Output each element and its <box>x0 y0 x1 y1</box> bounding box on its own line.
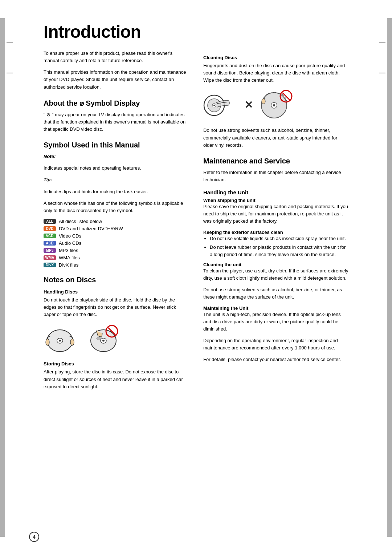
exterior-bullets: Do not use volatile liquids such as inse… <box>203 235 348 258</box>
maintaining-text2: Depending on the operating environment, … <box>203 337 348 352</box>
cross-divider-icon: × <box>243 89 254 122</box>
storing-discs-text: After playing, store the disc in its cas… <box>44 368 189 390</box>
badge-vcd: VCD <box>44 234 56 238</box>
badge-row-divx: DivX DivX files <box>44 262 189 268</box>
tip-text: Indicates tips and hints for making the … <box>44 188 189 195</box>
badge-vcd-desc: Video CDs <box>59 233 81 239</box>
badge-wma: WMA <box>44 255 56 260</box>
tip-label: Tip: <box>44 177 52 182</box>
exterior-bullet-2: Do not leave rubber or plastic products … <box>210 244 348 258</box>
cleaning-unit-text1: To clean the player, use a soft, dry clo… <box>203 267 348 282</box>
svg-point-19 <box>273 104 275 106</box>
badge-row-wma: WMA WMA files <box>44 255 189 260</box>
disc-bad-icon <box>87 323 120 356</box>
cleaning-unit-head: Cleaning the unit <box>203 262 348 267</box>
badge-all-desc: All discs listed below <box>59 219 102 224</box>
cleaning-unit-text2: Do not use strong solvents such as alcoh… <box>203 286 348 301</box>
storing-discs-head: Storing Discs <box>44 361 189 366</box>
exterior-bullet-1: Do not use volatile liquids such as inse… <box>210 235 348 242</box>
svg-point-8 <box>97 337 101 340</box>
note-text: Indicates special notes and operating fe… <box>44 165 189 172</box>
tick-left-mid <box>7 73 13 73</box>
cleaning-discs-head: Cleaning Discs <box>203 55 348 60</box>
shipping-subhead: When shipping the unit <box>203 198 348 203</box>
about-title: About the ⌀ Symbol Display <box>44 99 189 108</box>
cleaning-solvents-text: Do not use strong solvents such as alcoh… <box>203 127 348 149</box>
intro-para2: This manual provides information on the … <box>44 69 189 90</box>
badge-mp3: MP3 <box>44 248 56 253</box>
badge-row-vcd: VCD Video CDs <box>44 233 189 239</box>
disc-good-icon <box>44 323 76 356</box>
maintaining-text3: For details, please contact your nearest… <box>203 356 348 363</box>
badge-row-all: ALL All discs listed below <box>44 219 189 224</box>
page: Introduction To ensure proper use of thi… <box>0 0 392 555</box>
tick-right-top <box>379 42 385 42</box>
badge-acd: ACD <box>44 241 56 246</box>
tick-right-mid <box>379 73 385 73</box>
intro-section: To ensure proper use of this product, pl… <box>44 50 348 395</box>
badge-row-acd: ACD Audio CDs <box>44 240 189 246</box>
handling-discs-head: Handling Discs <box>44 289 189 295</box>
svg-point-7 <box>102 340 105 342</box>
content: Introduction To ensure proper use of thi… <box>44 22 348 395</box>
cleaning-ok-icon <box>203 89 240 122</box>
notes-on-discs-title: Notes on Discs <box>44 276 189 284</box>
right-col: Cleaning Discs Fingerprints and dust on … <box>203 50 348 395</box>
intro-para1: To ensure proper use of this product, pl… <box>44 50 189 64</box>
handling-discs-text: Do not touch the playback side of the di… <box>44 296 189 318</box>
cleaning-discs-text: Fingerprints and dust on the disc can ca… <box>203 62 348 84</box>
badge-divx-desc: DivX files <box>59 262 78 268</box>
tick-left-top <box>7 42 13 42</box>
svg-text:×: × <box>245 97 253 112</box>
intro-left: To ensure proper use of this product, pl… <box>44 50 189 395</box>
side-bar-right <box>387 18 392 537</box>
page-title: Introduction <box>44 22 348 42</box>
cleaning-bad-icon <box>258 89 294 122</box>
badge-dvd-desc: DVD and finalized DVD±R/RW <box>59 226 123 231</box>
badge-divx: DivX <box>44 263 56 267</box>
badge-all: ALL <box>44 219 56 224</box>
badge-acd-desc: Audio CDs <box>59 240 81 246</box>
badge-list: ALL All discs listed below DVD DVD and f… <box>44 219 189 268</box>
side-bar-left <box>0 18 5 537</box>
badge-mp3-desc: MP3 files <box>59 248 78 253</box>
about-para: " ⊘ " may appear on your TV display duri… <box>44 111 189 133</box>
svg-point-3 <box>46 339 49 345</box>
badge-row-dvd: DVD DVD and finalized DVD±R/RW <box>44 226 189 231</box>
maintenance-intro: Refer to the information in this chapter… <box>203 169 348 183</box>
svg-point-4 <box>70 339 74 345</box>
badge-row-mp3: MP3 MP3 files <box>44 248 189 253</box>
disc-illustrations <box>44 323 189 356</box>
svg-point-14 <box>213 105 215 106</box>
page-number: 4 <box>29 532 39 542</box>
svg-point-20 <box>262 99 265 104</box>
cleaning-illustrations: × <box>203 89 348 122</box>
shipping-text: Please save the original shipping carton… <box>203 203 348 225</box>
exterior-head: Keeping the exterior surfaces clean <box>203 230 348 235</box>
maintenance-title: Maintenance and Service <box>203 157 348 165</box>
svg-point-2 <box>59 340 61 342</box>
badge-dvd: DVD <box>44 226 56 231</box>
maintaining-text1: The unit is a high-tech, precision devic… <box>203 311 348 333</box>
badge-wma-desc: WMA files <box>59 255 80 260</box>
symbol-desc: A section whose title has one of the fol… <box>44 200 189 214</box>
note-label: Note: <box>44 154 56 159</box>
symbol-title: Symbol Used in this Manual <box>44 141 189 149</box>
handling-unit-head: Handling the Unit <box>203 189 348 195</box>
maintaining-head: Maintaining the Unit <box>203 305 348 311</box>
